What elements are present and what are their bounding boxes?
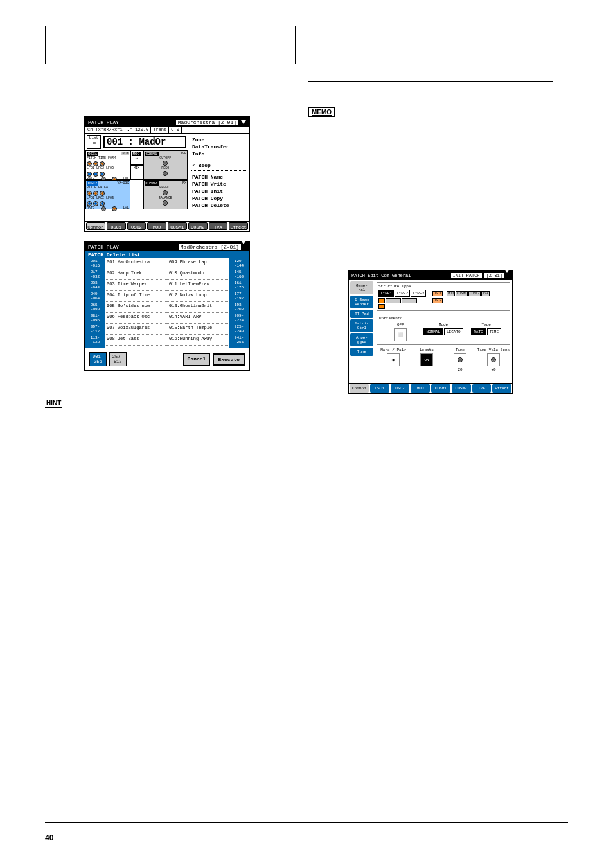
struct-type2[interactable]: TYPE2 xyxy=(395,290,410,297)
menu-patch-write[interactable]: PATCH Write xyxy=(191,181,246,188)
knob-icon[interactable] xyxy=(100,172,105,177)
tab-cosm2[interactable]: COSM2 xyxy=(188,222,208,230)
knob-icon[interactable] xyxy=(93,201,98,206)
knob-icon[interactable] xyxy=(163,190,168,195)
range-button[interactable]: 017--032 xyxy=(85,269,105,280)
range-button[interactable]: 241--256 xyxy=(229,335,249,346)
range-button[interactable]: 001--016 xyxy=(85,258,105,269)
cosm2-box[interactable]: COSM2 FX EFFECT BALANCE xyxy=(143,180,188,209)
range-button[interactable]: 081--096 xyxy=(85,313,105,324)
type-rate-button[interactable]: RATE xyxy=(471,328,485,335)
side-matrix[interactable]: MatrixCtrl xyxy=(350,319,373,332)
legato-on-indicator[interactable]: ON xyxy=(420,353,433,366)
side-general[interactable]: Gene-ral xyxy=(350,281,373,294)
list-item[interactable]: 002:Harp Trek xyxy=(105,269,167,280)
menu-beep[interactable]: ✓ Beep xyxy=(191,162,246,169)
list-item[interactable]: 007:VoixBulgares xyxy=(105,324,167,335)
range-257-512-button[interactable]: 257-512 xyxy=(109,352,127,366)
range-button[interactable]: 161--176 xyxy=(229,280,249,291)
tab-osc2[interactable]: OSC2 xyxy=(127,222,147,230)
list-item[interactable]: 008:Jet Bass xyxy=(105,335,167,346)
range-button[interactable]: 193--208 xyxy=(229,302,249,313)
knob-icon[interactable] xyxy=(87,172,92,177)
tab-effect[interactable]: Effect xyxy=(492,384,511,393)
monopoly-control[interactable]: ◁▶ xyxy=(387,353,400,366)
dropdown-icon[interactable] xyxy=(241,240,246,250)
list-item[interactable]: 010:Quasimodo xyxy=(167,269,229,280)
list-item[interactable]: 003:Time Warper xyxy=(105,280,167,291)
tab-tva[interactable]: TVA xyxy=(472,384,492,393)
knob-icon[interactable] xyxy=(93,161,98,166)
mix-box[interactable]: MIX xyxy=(130,165,143,180)
tab-cosm1[interactable]: COSM1 xyxy=(431,384,450,393)
dropdown-icon[interactable] xyxy=(504,269,510,278)
menu-patch-init[interactable]: PATCH Init xyxy=(191,188,246,195)
tab-common[interactable]: Common xyxy=(86,222,105,230)
list-item[interactable]: 001:MadOrchestra xyxy=(105,258,167,269)
range-button[interactable]: 209--224 xyxy=(229,313,249,324)
mode-legato-button[interactable]: LEGATO xyxy=(444,328,463,335)
list-item[interactable]: 015:Earth Temple xyxy=(167,324,229,335)
menu-datatransfer[interactable]: DataTransfer xyxy=(191,143,246,150)
list-item[interactable]: 004:Trip of Time xyxy=(105,291,167,302)
time-knob[interactable] xyxy=(454,353,466,366)
range-button[interactable]: 065--080 xyxy=(85,302,105,313)
tab-osc1[interactable]: OSC1 xyxy=(370,384,389,393)
osc2-box[interactable]: OSC2 VA-OSC PITCH PW FAT LFO1 LFO2 LFO3 … xyxy=(85,180,130,209)
side-tune[interactable]: Tune xyxy=(350,348,373,356)
mod-box[interactable]: MOD → xyxy=(130,150,143,165)
knob-icon[interactable] xyxy=(87,161,92,166)
range-button[interactable]: 225--240 xyxy=(229,324,249,335)
knob-icon[interactable] xyxy=(163,171,168,176)
list-item[interactable]: 016:Running Away xyxy=(167,335,229,346)
menu-info[interactable]: Info xyxy=(191,150,246,157)
tvs-knob[interactable] xyxy=(487,353,500,366)
range-button[interactable]: 049--064 xyxy=(85,291,105,302)
list-item[interactable]: 014:VARI ARP xyxy=(167,313,229,324)
side-arpeggio[interactable]: Arpe-ggio xyxy=(350,333,373,346)
tab-common[interactable]: Common xyxy=(350,384,369,393)
list-item[interactable]: 009:Phrase Lap xyxy=(167,258,229,269)
knob-icon[interactable] xyxy=(93,191,98,196)
list-item[interactable]: 011:LetThemPraw xyxy=(167,280,229,291)
range-button[interactable]: 033--048 xyxy=(85,280,105,291)
struct-type1[interactable]: TYPE1 xyxy=(378,290,394,297)
menu-patch-copy[interactable]: PATCH Copy xyxy=(191,195,246,202)
knob-icon[interactable] xyxy=(100,161,105,166)
tab-osc1[interactable]: OSC1 xyxy=(107,222,126,230)
osc1-box[interactable]: OSC1 PCM PITCH TIME FORM LFO1 LFO2 LFO3 … xyxy=(85,150,130,180)
range-button[interactable]: 129--144 xyxy=(229,258,249,269)
range-1-256-button[interactable]: 001-256 xyxy=(89,352,107,366)
type-time-button[interactable]: TIME xyxy=(487,328,501,335)
tab-cosm2[interactable]: COSM2 xyxy=(452,384,471,393)
knob-icon[interactable] xyxy=(112,206,117,211)
menu-zone[interactable]: Zone xyxy=(191,136,246,143)
knob-icon[interactable] xyxy=(163,200,168,206)
side-ttpad[interactable]: TT Pad xyxy=(350,310,373,318)
side-dbeam[interactable]: D BeamBender xyxy=(350,296,373,308)
tab-osc2[interactable]: OSC2 xyxy=(391,384,410,393)
port-switch-icon[interactable]: ⬜ xyxy=(394,328,407,341)
mode-normal-button[interactable]: NORMAL xyxy=(423,328,443,335)
range-button[interactable]: 113--128 xyxy=(85,335,105,346)
knob-icon[interactable] xyxy=(100,191,105,196)
list-item[interactable]: 012:Noizw Loop xyxy=(167,291,229,302)
list-icon[interactable]: List☰ xyxy=(87,135,101,149)
tab-effect[interactable]: Effect xyxy=(229,222,248,230)
list-item[interactable]: 013:GhostinaGrit xyxy=(167,302,229,313)
tab-mod[interactable]: MOD xyxy=(147,222,166,230)
range-button[interactable]: 097--112 xyxy=(85,324,105,335)
cosm1-box[interactable]: COSM1 TVF CUTOFF RESO xyxy=(143,150,188,180)
execute-button[interactable]: Execute xyxy=(213,353,245,366)
tab-cosm1[interactable]: COSM1 xyxy=(168,222,187,230)
knob-icon[interactable] xyxy=(100,201,105,206)
knob-icon[interactable] xyxy=(87,191,92,196)
range-button[interactable]: 177--192 xyxy=(229,291,249,302)
cancel-button[interactable]: Cancel xyxy=(183,353,211,366)
list-item[interactable]: 006:Feedback Osc xyxy=(105,313,167,324)
knob-icon[interactable] xyxy=(101,206,106,211)
list-item[interactable]: 005:Bo'sides now xyxy=(105,302,167,313)
range-button[interactable]: 145--160 xyxy=(229,269,249,280)
struct-type3[interactable]: TYPE3 xyxy=(411,290,426,297)
menu-patch-name[interactable]: PATCH Name xyxy=(191,173,246,181)
